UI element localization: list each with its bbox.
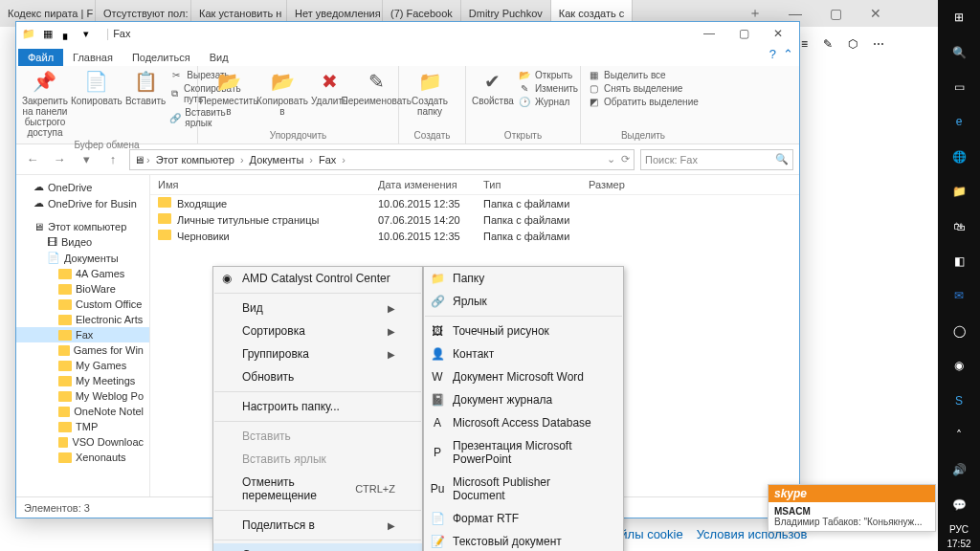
- skype-task-icon[interactable]: S: [938, 383, 980, 417]
- menu-item[interactable]: 📓Документ журнала: [424, 388, 623, 411]
- back-button[interactable]: ←: [22, 149, 43, 170]
- maximize-button[interactable]: ▢: [726, 23, 761, 44]
- app2-icon[interactable]: ◉: [938, 348, 980, 383]
- col-size[interactable]: Размер: [589, 179, 625, 190]
- breadcrumb-seg[interactable]: Fax: [315, 154, 340, 165]
- col-date[interactable]: Дата изменения: [378, 179, 483, 190]
- action-center-icon[interactable]: 💬: [938, 488, 980, 522]
- recent-caret-icon[interactable]: ▾: [76, 149, 97, 170]
- qat-caret-icon[interactable]: ▾: [78, 25, 95, 42]
- minimize-button[interactable]: —: [692, 23, 726, 44]
- ie-icon[interactable]: 🌐: [938, 140, 980, 174]
- menu-item[interactable]: Создать▶: [213, 543, 422, 551]
- open-button[interactable]: 📂Открыть: [518, 69, 578, 81]
- app-icon[interactable]: ◧: [938, 244, 980, 278]
- breadcrumb-seg[interactable]: Документы: [246, 154, 308, 165]
- dropdown-caret-icon[interactable]: ⌄: [607, 153, 615, 165]
- note-icon[interactable]: ✎: [823, 37, 833, 51]
- up-button[interactable]: ↑: [102, 149, 123, 170]
- nav-folder[interactable]: My Weblog Po: [16, 388, 149, 404]
- nav-folder[interactable]: Custom Office: [16, 297, 149, 312]
- close-button[interactable]: ✕: [761, 23, 795, 44]
- menu-item[interactable]: WДокумент Microsoft Word: [424, 365, 623, 388]
- menu-item[interactable]: Сортировка▶: [213, 320, 422, 342]
- search-input[interactable]: Поиск: Fax🔍: [640, 149, 793, 170]
- nav-folder[interactable]: OneNote Notel: [16, 404, 149, 419]
- nav-folder[interactable]: Fax: [16, 327, 149, 342]
- store-icon[interactable]: 🛍: [938, 209, 980, 243]
- nav-folder[interactable]: Xenonauts: [16, 450, 149, 465]
- menu-item[interactable]: PuMicrosoft Publisher Document: [424, 471, 623, 507]
- menu-item[interactable]: PПрезентация Microsoft PowerPoint: [424, 434, 623, 471]
- nav-onedrive-biz[interactable]: ☁OneDrive for Busin: [16, 195, 149, 211]
- tab-file[interactable]: Файл: [18, 49, 63, 66]
- forward-button[interactable]: →: [49, 149, 70, 170]
- menu-item[interactable]: ◉AMD Catalyst Control Center: [213, 267, 422, 290]
- nav-onedrive[interactable]: ☁OneDrive: [16, 179, 149, 195]
- ribbon-collapse-icon[interactable]: ⌃: [783, 47, 793, 61]
- tab-home[interactable]: Главная: [63, 49, 122, 66]
- menu-item[interactable]: 📄Формат RTF: [424, 507, 623, 530]
- menu-item[interactable]: Группировка▶: [213, 342, 422, 365]
- col-name[interactable]: Имя: [158, 179, 378, 190]
- nav-video[interactable]: 🎞Видео: [16, 234, 149, 250]
- col-type[interactable]: Тип: [483, 179, 589, 190]
- share-icon[interactable]: ⬡: [848, 37, 858, 51]
- qat-props-icon[interactable]: ▦: [39, 25, 56, 42]
- qat-newfolder-icon[interactable]: ▖: [58, 25, 76, 42]
- newfolder-button[interactable]: 📁Создать папку: [405, 69, 455, 117]
- nav-thispc[interactable]: 🖥Этот компьютер: [16, 219, 149, 234]
- titlebar[interactable]: 📁 ▦ ▖ ▾ | Fax — ▢ ✕: [16, 22, 799, 45]
- tab-view[interactable]: Вид: [200, 49, 238, 66]
- menu-item[interactable]: Настроить папку...: [213, 395, 422, 418]
- table-row[interactable]: Входящие10.06.2015 12:35Папка с файлами: [150, 195, 799, 211]
- nav-folder[interactable]: BioWare: [16, 281, 149, 297]
- start-button[interactable]: ⊞: [938, 0, 980, 34]
- copy-button[interactable]: 📄Копировать: [72, 69, 122, 106]
- explorer-task-icon[interactable]: 📁: [938, 174, 980, 209]
- invert-button[interactable]: ◩Обратить выделение: [587, 96, 699, 108]
- menu-item[interactable]: 🖼Точечный рисунок: [424, 320, 623, 342]
- pin-button[interactable]: 📌Закрепить на панели быстрого доступа: [22, 69, 68, 138]
- taskview-icon[interactable]: ▭: [938, 70, 980, 104]
- help-icon[interactable]: ?: [769, 47, 776, 61]
- breadcrumb[interactable]: 🖥› Этот компьютер› Документы› Fax› ⌄⟳: [129, 149, 635, 170]
- nav-folder[interactable]: TMP: [16, 419, 149, 434]
- history-button[interactable]: 🕑Журнал: [518, 96, 578, 108]
- menu-item[interactable]: Обновить: [213, 365, 422, 388]
- nav-folder[interactable]: VSO Downloac: [16, 434, 149, 450]
- volume-icon[interactable]: 🔊: [938, 452, 980, 487]
- nav-documents[interactable]: 📄Документы: [16, 250, 149, 266]
- paste-button[interactable]: 📋Вставить: [125, 69, 166, 106]
- more-icon[interactable]: ⋯: [873, 37, 884, 51]
- menu-item[interactable]: 📁Папку: [424, 267, 623, 290]
- menu-item[interactable]: Отменить перемещениеCTRL+Z: [213, 471, 422, 507]
- nav-folder[interactable]: My Meetings: [16, 373, 149, 388]
- menu-item[interactable]: AMicrosoft Access Database: [424, 411, 623, 434]
- menu-item[interactable]: 📝Текстовый документ: [424, 530, 623, 551]
- rename-button[interactable]: ✎Переименовать: [351, 69, 401, 106]
- browser-maximize[interactable]: ▢: [815, 0, 856, 27]
- hub-icon[interactable]: ≡: [801, 37, 808, 51]
- tray-caret-icon[interactable]: ˄: [938, 418, 980, 452]
- selectall-button[interactable]: ▦Выделить все: [587, 69, 699, 81]
- menu-item[interactable]: Вид▶: [213, 297, 422, 320]
- nav-folder[interactable]: My Games: [16, 358, 149, 373]
- edit-button[interactable]: ✎Изменить: [518, 82, 578, 95]
- nav-folder[interactable]: Electronic Arts: [16, 312, 149, 327]
- browser-close[interactable]: ✕: [856, 0, 896, 27]
- outlook-icon[interactable]: ✉: [938, 278, 980, 313]
- search-task-icon[interactable]: 🔍: [938, 34, 980, 69]
- skype-toast[interactable]: skype MSACM Владимир Табаков: "Коньякнуж…: [768, 484, 936, 532]
- refresh-icon[interactable]: ⟳: [621, 153, 630, 165]
- selectnone-button[interactable]: ▢Снять выделение: [587, 82, 699, 95]
- copyto-button[interactable]: 📂Копировать в: [257, 69, 307, 117]
- clock[interactable]: 17:52: [947, 537, 970, 551]
- move-button[interactable]: 📂Переместить в: [204, 69, 254, 117]
- menu-item[interactable]: Поделиться в▶: [213, 514, 422, 537]
- table-row[interactable]: Черновики10.06.2015 12:35Папка с файлами: [150, 228, 799, 244]
- menu-item[interactable]: 🔗Ярлык: [424, 290, 623, 313]
- breadcrumb-seg[interactable]: Этот компьютер: [152, 154, 238, 165]
- nav-folder[interactable]: Games for Win: [16, 342, 149, 358]
- props-button[interactable]: ✔Свойства: [472, 69, 514, 106]
